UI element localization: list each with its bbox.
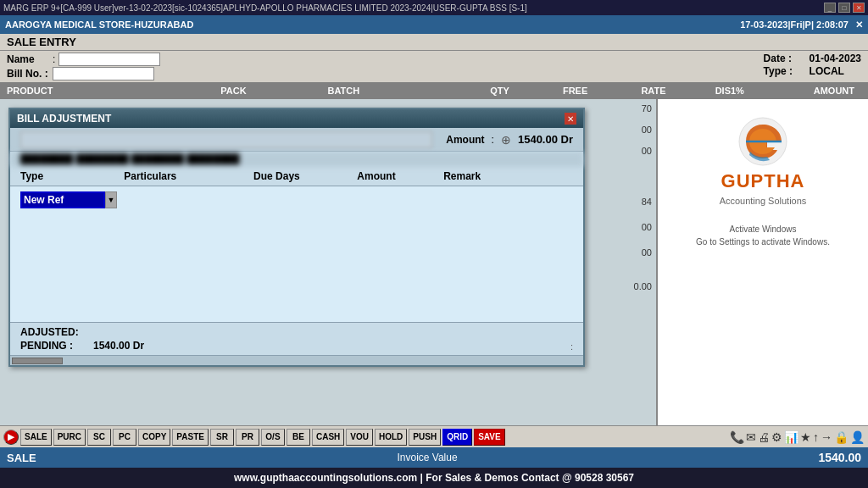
- name-colon: :: [53, 53, 55, 65]
- dropdown-arrow-icon[interactable]: ▼: [105, 191, 117, 208]
- lock-icon[interactable]: 🔒: [834, 430, 849, 444]
- hold-button[interactable]: HOLD: [375, 429, 407, 446]
- purc-button[interactable]: PURC: [53, 429, 86, 446]
- billno-row: Bill No. :: [7, 67, 160, 80]
- activate-title: Activate Windows: [696, 223, 830, 236]
- sale-button[interactable]: SALE: [20, 429, 52, 446]
- pending-value: 1540.00 Dr: [93, 340, 144, 352]
- title-bar: MARG ERP 9+[CA-999 User]ver-13-02-2023[s…: [0, 0, 868, 15]
- col-remark-header: Remark: [443, 170, 573, 182]
- header-datetime: 17-03-2023|Fri|P| 2:08:07: [740, 19, 849, 30]
- copy-button[interactable]: COPY: [138, 429, 170, 446]
- col-batch: BATCH: [327, 86, 434, 96]
- right-icon[interactable]: →: [821, 430, 832, 444]
- form-fields: Name : Bill No. : Date : 01-04-2023 Type…: [0, 51, 868, 82]
- name-row: Name :: [7, 53, 160, 66]
- bill-adj-title-bar: BILL ADJUSTMENT ✕: [10, 109, 583, 128]
- side-num-2: 00: [642, 125, 652, 135]
- billno-label: Bill No. :: [7, 68, 49, 80]
- col-dis: DIS1%: [670, 86, 748, 96]
- os-button[interactable]: O/S: [261, 429, 285, 446]
- phone-icon[interactable]: 📞: [730, 430, 744, 444]
- person-icon[interactable]: 👤: [850, 430, 865, 444]
- form-left: Name : Bill No. :: [7, 53, 160, 80]
- adjusted-label: ADJUSTED:: [20, 326, 88, 338]
- title-bar-controls: _ □ ✕: [824, 3, 865, 13]
- website-bar: www.gupthaaccountingsolutions.com | For …: [0, 468, 868, 488]
- print-icon[interactable]: 🖨: [758, 430, 770, 444]
- guptha-brand-name: GUPTHA: [721, 170, 805, 192]
- new-ref-dropdown[interactable]: New Ref Agst Ref On Acct Advance ▼: [20, 191, 573, 208]
- type-label: Type :: [764, 65, 806, 77]
- new-ref-select[interactable]: New Ref Agst Ref On Acct Advance: [20, 191, 105, 208]
- amount-value: 1540.00 Dr: [518, 133, 573, 146]
- app: AAROGYA MEDICAL STORE-HUZURABAD 17-03-20…: [0, 15, 868, 488]
- pending-row: PENDING : 1540.00 Dr: [20, 340, 144, 352]
- col-rate: RATE: [591, 86, 669, 96]
- side-num-7: 0.00: [634, 281, 652, 291]
- right-panel: GUPTHA Accounting Solutions Activate Win…: [656, 99, 868, 425]
- cash-button[interactable]: CASH: [312, 429, 344, 446]
- chart-icon[interactable]: 📊: [784, 430, 798, 444]
- sale-entry-bar: SALE ENTRY: [0, 34, 868, 51]
- side-num-6: 00: [642, 247, 652, 258]
- col-product: PRODUCT: [7, 86, 220, 96]
- paste-button[interactable]: PASTE: [172, 429, 209, 446]
- minimize-btn[interactable]: _: [824, 3, 836, 13]
- up-icon[interactable]: ↑: [813, 430, 819, 444]
- bill-adj-title-text: BILL ADJUSTMENT: [17, 113, 111, 125]
- bottom-toolbar: ▶ SALE PURC SC PC COPY PASTE SR PR O/S B…: [0, 425, 868, 468]
- adj-scrollbar[interactable]: [10, 355, 583, 365]
- play-button[interactable]: ▶: [3, 430, 19, 445]
- col-type-header: Type: [20, 170, 124, 182]
- col-qty: QTY: [435, 86, 513, 96]
- invoice-value: 1540.00: [818, 451, 861, 464]
- side-num-3: 00: [642, 146, 652, 156]
- adjusted-row: ADJUSTED:: [20, 326, 93, 338]
- activate-text: Go to Settings to activate Windows.: [696, 236, 830, 248]
- blurred-info-row: ████████ ████████ ████████ ████████: [10, 152, 583, 167]
- date-label: Date :: [764, 53, 806, 64]
- vou-button[interactable]: VOU: [346, 429, 373, 446]
- adj-table-header: Type Particulars Due Days Amount Remark: [10, 167, 583, 186]
- website-text: www.gupthaaccountingsolutions.com | For …: [234, 472, 634, 484]
- bill-adj-close-btn[interactable]: ✕: [565, 113, 576, 125]
- settings-icon[interactable]: ⚙: [771, 430, 782, 444]
- amount-colon: :: [492, 134, 494, 146]
- scrollbar-thumb[interactable]: [12, 358, 63, 364]
- header-close-icon[interactable]: ✕: [855, 19, 863, 30]
- party-name-blurred: [20, 131, 432, 148]
- qrid-button[interactable]: QRID: [442, 429, 472, 446]
- close-btn[interactable]: ✕: [853, 3, 865, 13]
- save-button[interactable]: SAVE: [474, 429, 505, 446]
- toolbar-buttons: ▶ SALE PURC SC PC COPY PASTE SR PR O/S B…: [0, 426, 868, 447]
- maximize-btn[interactable]: □: [838, 3, 850, 13]
- col-amount: AMOUNT: [748, 86, 861, 96]
- name-input[interactable]: [58, 53, 160, 66]
- adj-bottom: ADJUSTED: PENDING : 1540.00 Dr :: [10, 322, 583, 355]
- billno-input[interactable]: [53, 67, 154, 80]
- sc-button[interactable]: SC: [87, 429, 111, 446]
- guptha-logo: GUPTHA Accounting Solutions: [720, 116, 807, 206]
- pr-button[interactable]: PR: [236, 429, 259, 446]
- side-num-1: 70: [642, 103, 652, 114]
- col-free: FREE: [513, 86, 591, 96]
- star-icon[interactable]: ★: [800, 430, 811, 444]
- push-button[interactable]: PUSH: [409, 429, 441, 446]
- col-duedays-header: Due Days: [253, 170, 357, 182]
- side-num-4: 84: [642, 197, 652, 207]
- pc-button[interactable]: PC: [113, 429, 136, 446]
- activate-windows-notice: Activate Windows Go to Settings to activ…: [696, 223, 830, 248]
- date-value: 01-04-2023: [810, 53, 861, 64]
- adj-table-row: New Ref Agst Ref On Acct Advance ▼: [20, 190, 573, 210]
- be-button[interactable]: BE: [287, 429, 310, 446]
- col-amount-header: Amount: [357, 170, 443, 182]
- amount-cursor-icon: ⊕: [501, 133, 511, 147]
- amount-label: Amount: [446, 134, 484, 146]
- sr-button[interactable]: SR: [210, 429, 234, 446]
- title-text: MARG ERP 9+[CA-999 User]ver-13-02-2023[s…: [3, 3, 527, 13]
- side-num-5: 00: [642, 222, 652, 232]
- bill-adjustment-dialog: BILL ADJUSTMENT ✕ Amount : ⊕ 1540.00 Dr …: [8, 108, 585, 367]
- guptha-subtitle: Accounting Solutions: [720, 196, 807, 206]
- mail-icon[interactable]: ✉: [746, 430, 756, 444]
